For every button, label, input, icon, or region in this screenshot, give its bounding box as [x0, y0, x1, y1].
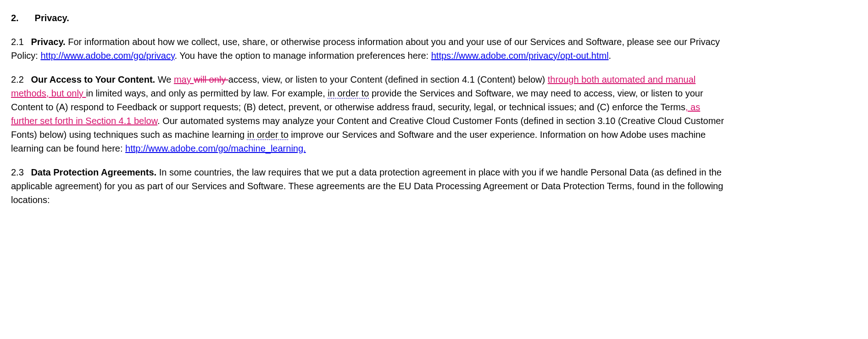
clause-2-3: 2.3 Data Protection Agreements. In some … — [11, 165, 727, 207]
body-text: . — [609, 51, 612, 61]
section-number: 2. — [11, 11, 32, 25]
section-heading: 2. Privacy. — [11, 11, 727, 25]
section-title: Privacy. — [35, 13, 69, 23]
clause-title: Privacy. — [31, 37, 65, 47]
clause-title: Our Access to Your Content. — [31, 74, 155, 85]
clause-title: Data Protection Agreements. — [31, 167, 156, 177]
clause-number: 2.3 — [11, 167, 24, 177]
machine-learning-link[interactable]: http://www.adobe.com/go/machine_learning… — [125, 143, 306, 153]
clause-number: 2.2 — [11, 74, 24, 85]
grammar-mark: in order to — [247, 130, 289, 140]
clause-number: 2.1 — [11, 37, 24, 47]
body-text: . You have the option to manage informat… — [174, 51, 431, 61]
body-text: access, view, or listen to your Content … — [228, 74, 548, 85]
grammar-mark: in order to — [328, 88, 369, 98]
inserted-text: may — [174, 74, 194, 85]
opt-out-link[interactable]: https://www.adobe.com/privacy/opt-out.ht… — [431, 51, 609, 61]
deleted-text: will only — [194, 74, 228, 85]
body-text: in limited ways, and only as permitted b… — [86, 88, 328, 98]
privacy-policy-link[interactable]: http://www.adobe.com/go/privacy — [40, 51, 174, 61]
clause-2-2: 2.2 Our Access to Your Content. We may w… — [11, 73, 727, 155]
clause-2-1: 2.1 Privacy. For information about how w… — [11, 35, 727, 62]
body-text: We — [155, 74, 174, 85]
